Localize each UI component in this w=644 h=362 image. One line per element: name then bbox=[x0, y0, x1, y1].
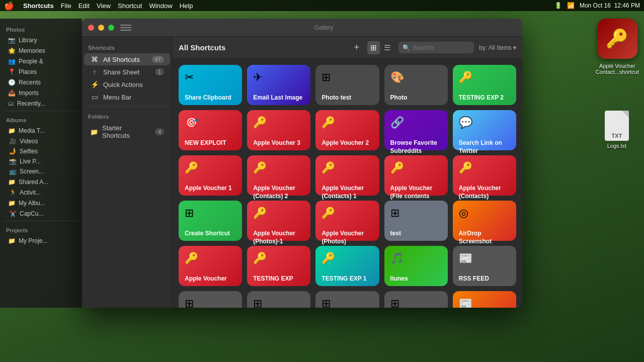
stealer-3-icon: ⊞ bbox=[321, 297, 331, 308]
apple-voucher-1-icon: 🔑 bbox=[185, 161, 198, 174]
my-albums-icon: 📁 bbox=[8, 200, 16, 207]
photos-places[interactable]: 📍Places bbox=[2, 67, 80, 77]
shortcut-card-apple-voucher-file-contents[interactable]: 🔑Apple Voucher (File contents from deskt… bbox=[384, 155, 448, 196]
menu-bar-wifi: 📶 bbox=[567, 2, 575, 9]
photos-sidebar: Photos 📷Library 🌟Memories 👥People & 📍Pla… bbox=[0, 19, 82, 308]
shortcut-card-testing-exp-1[interactable]: 🔑TESTING EXP 1 bbox=[315, 246, 379, 286]
photos-recents[interactable]: 🕐Recents bbox=[2, 77, 80, 87]
apple-voucher-photos-1-icon: 🔑 bbox=[253, 207, 267, 220]
my-project-icon: 📁 bbox=[8, 237, 16, 244]
quick-actions-label: Quick Actions bbox=[103, 81, 143, 88]
shortcut-card-airdrop-screenshot[interactable]: ◎AirDrop Screenshot bbox=[453, 201, 516, 241]
shortcut-card-photo-test[interactable]: ⊞Photo test bbox=[315, 65, 379, 105]
file-icon: TXT bbox=[605, 111, 629, 141]
shortcut-card-apple-voucher-photos-1[interactable]: 🔑Apple Voucher (Photos)-1 bbox=[247, 201, 310, 241]
grid-view-button[interactable]: ⊞ bbox=[367, 41, 380, 54]
testing-exp-1-label: TESTING EXP 1 bbox=[321, 275, 366, 283]
filter-dropdown[interactable]: by: All Items ▾ bbox=[479, 44, 516, 51]
airdrop-screenshot-label: AirDrop Screenshot bbox=[459, 230, 510, 245]
testing-exp-2-icon: 🔑 bbox=[459, 71, 472, 84]
photos-memories[interactable]: 🌟Memories bbox=[2, 46, 80, 56]
photos-screen[interactable]: 📺Screen... bbox=[0, 166, 82, 176]
shortcut-card-apple-voucher-1[interactable]: 🔑Apple Voucher 1 bbox=[179, 155, 242, 196]
minimize-button[interactable] bbox=[98, 25, 104, 31]
shortcut-card-testing-exp-2[interactable]: 🔑TESTING EXP 2 bbox=[453, 65, 516, 105]
photos-my-project[interactable]: 📁My Proje... bbox=[2, 236, 80, 246]
view-menu[interactable]: View bbox=[97, 2, 111, 10]
media-type-icon: 📁 bbox=[8, 127, 16, 134]
photos-activit[interactable]: 🏃Activit... bbox=[0, 188, 82, 198]
apple-voucher-photos-icon: 🔑 bbox=[321, 207, 335, 220]
photos-recently[interactable]: 🗂Recently... bbox=[2, 99, 80, 109]
email-last-image-icon: ✈ bbox=[253, 71, 262, 84]
share-clipboard-icon: ✂ bbox=[185, 71, 194, 84]
shortcut-card-stealer-2[interactable]: ⊞stealer 2 bbox=[247, 291, 310, 308]
shortcut-card-search-link-twitter[interactable]: 💬Search Link on Twitter bbox=[453, 110, 516, 150]
sidebar-item-starter-shortcuts[interactable]: 📁 Starter Shortcuts 4 bbox=[84, 122, 170, 141]
shortcut-menu[interactable]: Shortcut bbox=[118, 2, 142, 10]
shortcut-card-apple-voucher-contacts-1[interactable]: 🔑Apple Voucher (Contacts) 1 bbox=[315, 155, 379, 196]
shortcut-card-testing-exp[interactable]: 🔑TESTING EXP bbox=[247, 246, 310, 286]
sidebar-toggle-button[interactable] bbox=[120, 24, 131, 32]
testing-exp-2-label: TESTING EXP 2 bbox=[459, 94, 504, 102]
app-name-menu[interactable]: Shortcuts bbox=[23, 2, 54, 10]
shortcut-card-apple-voucher[interactable]: 🔑Apple Voucher bbox=[179, 246, 242, 286]
all-shortcuts-label: All Shortcuts bbox=[103, 56, 140, 63]
close-button[interactable] bbox=[88, 25, 94, 31]
itunes-icon: 🎵 bbox=[390, 252, 404, 265]
window-title: Gallery bbox=[131, 24, 516, 31]
shortcut-card-apple-voucher-contacts[interactable]: 🔑Apple Voucher (Contacts) bbox=[453, 155, 516, 196]
photos-capcut[interactable]: ✂️CapCu... bbox=[0, 209, 82, 219]
shortcut-card-stealer-1[interactable]: ⊞stealer 1 bbox=[384, 291, 448, 308]
search-input[interactable] bbox=[398, 42, 474, 53]
menu-bar-label: Menu Bar bbox=[103, 94, 131, 101]
apple-menu-icon[interactable]: 🍎 bbox=[4, 1, 14, 11]
photos-people[interactable]: 👥People & bbox=[2, 56, 80, 66]
shortcut-card-stealer-3[interactable]: ⊞stealer 3 bbox=[315, 291, 379, 308]
maximize-button[interactable] bbox=[108, 25, 114, 31]
shortcut-card-itunes[interactable]: 🎵Itunes bbox=[384, 246, 448, 286]
photos-my-albums[interactable]: 📁My Albu... bbox=[2, 198, 80, 208]
file-menu[interactable]: File bbox=[61, 2, 71, 10]
photos-library[interactable]: 📷Library bbox=[2, 35, 80, 45]
apple-voucher-2-label: Apple Voucher 2 bbox=[321, 139, 369, 147]
shortcut-card-stealers-s[interactable]: ⊞stealers s bbox=[179, 291, 242, 308]
sidebar-item-menu-bar[interactable]: ▭ Menu Bar bbox=[84, 91, 170, 103]
sidebar-item-all-shortcuts[interactable]: ⌘ All Shortcuts 47 bbox=[84, 53, 170, 65]
edit-menu[interactable]: Edit bbox=[78, 2, 90, 10]
sidebar-item-share-sheet[interactable]: ↑ Share Sheet 1 bbox=[84, 66, 170, 78]
shortcut-card-create-shortcut[interactable]: ⊞Create Shortcut bbox=[179, 201, 242, 241]
test-icon: ⊞ bbox=[390, 207, 399, 220]
window-menu[interactable]: Window bbox=[149, 2, 172, 10]
add-shortcut-button[interactable]: + bbox=[351, 40, 362, 55]
shortcuts-window: Gallery Shortcuts ⌘ All Shortcuts 47 ↑ S… bbox=[82, 19, 522, 308]
photos-selfies[interactable]: 🤳Selfies bbox=[0, 146, 82, 156]
shortcut-card-apple-voucher-contacts-2[interactable]: 🔑Apple Voucher (Contacts) 2 bbox=[247, 155, 310, 196]
shortcut-card-new-exploit[interactable]: 🎯NEW EXPLOIT bbox=[179, 110, 242, 150]
photos-shared[interactable]: 📁Shared A... bbox=[2, 177, 80, 187]
shortcut-card-browse-favorite-subreddits[interactable]: 🔗Browse Favorite Subreddits bbox=[384, 110, 448, 150]
photos-media-type[interactable]: 📁Media T... bbox=[2, 126, 80, 136]
list-view-button[interactable]: ☰ bbox=[381, 41, 393, 54]
app-icon-label: Apple VoucherContact...shortcut bbox=[596, 63, 639, 75]
photos-live[interactable]: 📸Live P... bbox=[0, 156, 82, 166]
search-link-twitter-label: Search Link on Twitter bbox=[459, 139, 510, 155]
shortcut-card-share-clipboard[interactable]: ✂Share Clipboard bbox=[179, 65, 242, 105]
help-menu[interactable]: Help bbox=[180, 2, 193, 10]
starter-shortcuts-icon: 📁 bbox=[90, 128, 98, 136]
sidebar-item-quick-actions[interactable]: ⚡ Quick Actions bbox=[84, 78, 170, 90]
shortcut-card-rss-feed-ny-times[interactable]: 📰RSS Feed NY Times bbox=[453, 291, 516, 308]
shortcut-card-test[interactable]: ⊞test bbox=[384, 201, 448, 241]
photos-imports[interactable]: 📥Imports bbox=[2, 88, 80, 98]
shortcut-card-email-last-image[interactable]: ✈Email Last Image bbox=[247, 65, 310, 105]
shortcut-card-apple-voucher-photos[interactable]: 🔑Apple Voucher (Photos) bbox=[315, 201, 379, 241]
shortcut-card-photo[interactable]: 🎨Photo bbox=[384, 65, 448, 105]
desktop-file[interactable]: TXT Logs.txt bbox=[605, 111, 629, 149]
shortcut-card-apple-voucher-3[interactable]: 🔑Apple Voucher 3 bbox=[247, 110, 310, 150]
shortcut-card-rss-feed[interactable]: 📰RSS FEED bbox=[453, 246, 516, 286]
testing-exp-label: TESTING EXP bbox=[253, 275, 293, 283]
app-icon-large[interactable]: 🔑 bbox=[597, 19, 637, 59]
shortcut-card-apple-voucher-2[interactable]: 🔑Apple Voucher 2 bbox=[315, 110, 379, 150]
screen-icon: 📺 bbox=[9, 168, 17, 175]
photos-videos[interactable]: 🎥Videos bbox=[0, 136, 82, 146]
